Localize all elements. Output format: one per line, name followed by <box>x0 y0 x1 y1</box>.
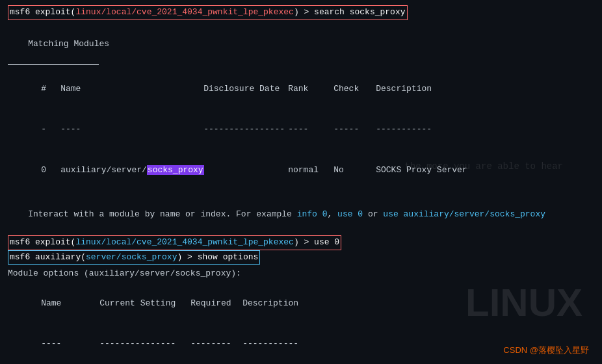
prompt-box-2: msf6 exploit(linux/local/cve_2021_4034_p… <box>8 235 341 250</box>
interact-text1: Interact with a module by name or index.… <box>28 209 296 219</box>
prompt3-msf6: msf6 auxiliary( <box>10 251 86 265</box>
row-name: auxiliary/server/socks_proxy <box>60 164 203 177</box>
col-rank-header: Rank <box>288 83 334 96</box>
prompt-box-1: msf6 exploit(linux/local/cve_2021_4034_p… <box>8 5 408 20</box>
section-underline <box>8 64 99 65</box>
col-check-header: Check <box>334 83 376 96</box>
table-header-row: #NameDisclosure DateRankCheckDescription <box>8 69 594 109</box>
row-rank: normal <box>288 164 334 177</box>
prompt2-path: linux/local/cve_2021_4034_pwnkit_lpe_pke… <box>75 236 293 250</box>
row-name-highlight: socks_proxy <box>147 165 204 175</box>
module-options-title: Module options (auxiliary/server/socks_p… <box>8 267 594 281</box>
interact-text2: , <box>328 209 338 219</box>
col-desc-header: Description <box>376 84 432 94</box>
prompt-line-1: msf6 exploit(linux/local/cve_2021_4034_p… <box>8 5 594 20</box>
row-hash: 0 <box>41 164 60 177</box>
options-header-row: NameCurrent SettingRequiredDescription <box>8 283 594 324</box>
prompt-line-3: msf6 auxiliary(server/socks_proxy) > sho… <box>8 250 594 265</box>
col-hash-header: # <box>41 83 60 96</box>
prompt-msf6-1: msf6 exploit( <box>10 6 75 20</box>
row-desc: SOCKS Proxy Server <box>376 165 467 175</box>
opt-setting-header: Current Setting <box>99 297 190 311</box>
prompt-path-1: linux/local/cve_2021_4034_pwnkit_lpe_pke… <box>75 6 293 20</box>
table-data-row: 0auxiliary/server/socks_proxynormalNoSOC… <box>8 150 594 190</box>
terminal: msf6 exploit(linux/local/cve_2021_4034_p… <box>0 0 602 364</box>
prompt2-suffix: ) > use 0 <box>294 236 339 250</box>
prompt3-suffix: ) > show options <box>177 251 258 265</box>
interact-text3: or <box>363 209 383 219</box>
table-header-underline: ----------------------------------------… <box>8 110 594 150</box>
interact-line: Interact with a module by name or index.… <box>8 194 594 235</box>
prompt-line-2: msf6 exploit(linux/local/cve_2021_4034_p… <box>8 235 594 250</box>
prompt2-msf6: msf6 exploit( <box>10 236 75 250</box>
interact-use-full: use auxiliary/server/socks_proxy <box>383 209 545 219</box>
opt-desc-header: Description <box>242 298 298 308</box>
matching-modules-label: Matching Modules <box>8 24 594 64</box>
interact-use: use 0 <box>337 209 363 219</box>
prompt-suffix-1: ) > search socks_proxy <box>294 6 406 20</box>
csdn-badge: CSDN @落樱坠入星野 <box>503 344 589 356</box>
prompt3-path: server/socks_proxy <box>86 251 177 265</box>
opt-name-header: Name <box>41 297 99 311</box>
interact-info: info 0 <box>297 209 328 219</box>
prompt-box-3: msf6 auxiliary(server/socks_proxy) > sho… <box>8 250 260 265</box>
col-name-header: Name <box>60 83 203 96</box>
opt-req-header: Required <box>190 297 242 311</box>
col-date-header: Disclosure Date <box>203 83 288 96</box>
row-check: No <box>334 164 376 177</box>
